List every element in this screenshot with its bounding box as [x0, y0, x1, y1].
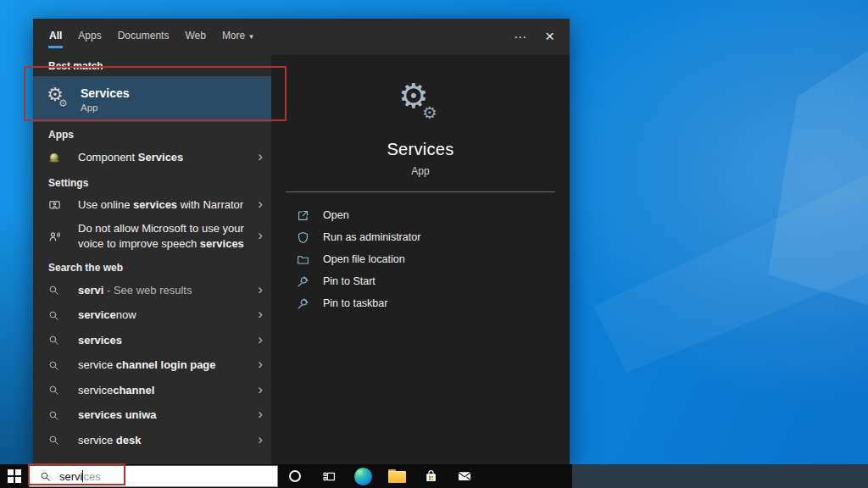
result-row[interactable]: Use online services with Narrator› — [33, 193, 271, 219]
chevron-right-icon[interactable]: › — [258, 227, 263, 244]
action-pin-to-start[interactable]: Pin to Start — [271, 270, 570, 292]
more-options-button[interactable]: ⋯ — [500, 30, 542, 45]
results-list: Best match ⚙⚙ Services App AppsComponent… — [33, 55, 271, 464]
preview-title: Services — [271, 140, 570, 159]
result-row[interactable]: servi - See web results› — [33, 278, 271, 303]
action-label: Pin to taskbar — [323, 297, 387, 309]
chevron-right-icon[interactable]: › — [258, 381, 263, 398]
action-label: Pin to Start — [323, 275, 376, 287]
search-icon — [48, 433, 67, 448]
result-text: servi - See web results — [78, 283, 271, 298]
best-match-header: Best match — [33, 55, 271, 76]
search-icon — [48, 308, 67, 323]
result-row[interactable]: servicenow› — [33, 303, 271, 329]
search-icon — [48, 408, 67, 423]
result-row[interactable]: service desk› — [33, 428, 271, 453]
section-header: Apps — [33, 122, 271, 145]
search-icon — [48, 358, 67, 373]
result-row[interactable]: servicechannel› — [33, 378, 271, 403]
store-button[interactable] — [414, 464, 448, 488]
cortana-icon — [289, 470, 301, 482]
pin-icon — [297, 297, 312, 310]
result-text: servicenow — [78, 308, 271, 323]
task-view-button[interactable] — [312, 464, 346, 488]
best-match-title: Services — [81, 86, 130, 100]
result-text: services — [78, 333, 271, 348]
mail-button[interactable] — [448, 464, 481, 488]
chevron-right-icon[interactable]: › — [258, 431, 263, 448]
start-icon — [8, 469, 21, 483]
best-match-result[interactable]: ⚙⚙ Services App — [33, 76, 271, 122]
chevron-right-icon[interactable]: › — [258, 331, 263, 348]
result-text: service desk — [78, 433, 271, 448]
tab-web[interactable]: Web — [184, 26, 206, 48]
tab-apps[interactable]: Apps — [77, 26, 102, 48]
folder-icon — [297, 252, 312, 266]
speech-icon — [48, 229, 67, 244]
chevron-right-icon[interactable]: › — [258, 406, 263, 423]
best-match-subtitle: App — [81, 103, 130, 113]
result-text: Component Services — [78, 150, 271, 165]
search-icon — [48, 383, 67, 398]
pin-icon — [297, 274, 312, 288]
action-run-as-administrator[interactable]: Run as administrator — [271, 226, 570, 248]
file-explorer-icon — [388, 469, 406, 483]
services-gears-icon: ⚙⚙ — [395, 79, 446, 128]
shield-icon — [297, 230, 312, 244]
chevron-right-icon[interactable]: › — [258, 148, 263, 165]
action-label: Open file location — [323, 253, 405, 265]
result-text: servicechannel — [78, 383, 271, 398]
preview-pane: ⚙⚙ Services App OpenRun as administrator… — [271, 55, 570, 464]
result-row[interactable]: services› — [33, 328, 271, 353]
chevron-right-icon[interactable]: › — [258, 196, 263, 213]
component-services-icon — [48, 150, 67, 165]
result-row[interactable]: Component Services› — [33, 145, 271, 170]
services-gears-icon: ⚙⚙ — [47, 84, 75, 114]
action-label: Run as administrator — [323, 231, 420, 243]
result-text: service channel login page — [78, 358, 271, 373]
search-icon — [48, 333, 67, 348]
open-icon — [297, 208, 312, 222]
result-text: Do not allow Microsoft to use yourvoice … — [78, 221, 271, 251]
edge-button[interactable] — [346, 464, 380, 488]
result-text: Use online services with Narrator — [78, 197, 271, 213]
start-button[interactable] — [0, 464, 29, 488]
action-open-file-location[interactable]: Open file location — [271, 248, 570, 270]
cortana-button[interactable] — [278, 464, 312, 488]
search-icon — [48, 283, 67, 298]
tab-documents[interactable]: Documents — [117, 26, 170, 48]
result-text: services uniwa — [78, 408, 271, 423]
search-typed-text: servi — [59, 470, 82, 483]
action-open[interactable]: Open — [271, 204, 570, 226]
taskbar: services — [0, 464, 868, 488]
search-flyout-panel: AllAppsDocumentsWebMore▾ ⋯ × Best match … — [33, 19, 570, 464]
section-header: Search the web — [33, 255, 271, 278]
narrator-icon — [48, 197, 67, 213]
file-explorer-button[interactable] — [380, 464, 414, 488]
edge-icon — [354, 468, 372, 485]
search-completion-text: ces — [83, 470, 100, 483]
taskbar-search-input[interactable]: services — [29, 465, 278, 487]
divider — [286, 191, 555, 192]
result-row[interactable]: Do not allow Microsoft to use yourvoice … — [33, 218, 271, 255]
search-tabbar: AllAppsDocumentsWebMore▾ ⋯ × — [33, 19, 570, 55]
chevron-right-icon[interactable]: › — [258, 306, 263, 323]
result-row[interactable]: service channel login page› — [33, 353, 271, 379]
tab-more[interactable]: More▾ — [221, 26, 254, 48]
tab-all[interactable]: All — [48, 26, 63, 48]
action-label: Open — [323, 209, 349, 221]
chevron-right-icon[interactable]: › — [258, 281, 263, 298]
search-icon — [40, 471, 51, 482]
preview-subtitle: App — [271, 165, 570, 177]
chevron-right-icon[interactable]: › — [258, 356, 263, 373]
result-row[interactable]: services uniwa› — [33, 403, 271, 429]
close-icon[interactable]: × — [542, 28, 570, 46]
action-pin-to-taskbar[interactable]: Pin to taskbar — [271, 292, 570, 314]
section-header: Settings — [33, 170, 271, 193]
chevron-down-icon: ▾ — [249, 32, 253, 41]
